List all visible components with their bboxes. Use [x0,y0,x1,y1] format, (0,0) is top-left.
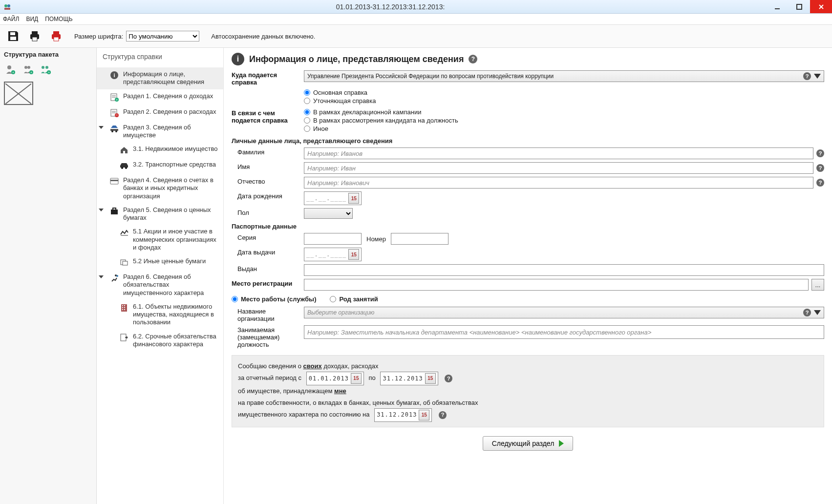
print-button[interactable] [26,28,43,44]
save-button[interactable] [5,28,21,44]
reason-candidate-radio[interactable] [304,117,310,124]
nav-item-section6[interactable]: Раздел 6. Сведения об обязательствах иму… [97,270,223,300]
org-label: Название организации [232,307,304,322]
add-pair-icon[interactable]: + [22,64,33,75]
chart-icon [119,228,129,237]
nav-item-section5-1[interactable]: 5.1 Акции и иное участие в коммерческих … [97,225,223,254]
nav-item-section5[interactable]: Раздел 5. Сведения о ценных бумагах [97,203,223,225]
svg-point-39 [111,130,113,132]
series-input[interactable] [304,233,362,245]
summary-me-link[interactable]: мне [334,387,346,395]
personal-header: Личные данные лица, представляющего свед… [232,137,824,145]
expander-icon[interactable] [100,208,105,213]
help-icon[interactable]: ? [469,55,477,63]
menu-view[interactable]: ВИД [26,16,38,22]
position-input[interactable] [304,325,824,339]
lastname-input[interactable] [304,147,813,159]
next-section-button[interactable]: Следующий раздел [483,436,574,451]
package-thumbnail[interactable] [4,82,33,105]
calendar-icon[interactable]: 15 [348,193,359,204]
help-icon[interactable]: ? [445,375,452,382]
expander-icon[interactable] [100,126,105,130]
period-to-date[interactable]: 31.12.201315 [380,372,438,385]
nav-item-info[interactable]: i Информация о лице, представляющем свед… [97,67,223,89]
issued-by-input[interactable] [304,264,824,276]
svg-rect-38 [110,129,118,131]
firstname-input[interactable] [304,162,813,174]
nav-item-section2[interactable]: − Раздел 2. Сведения о расходах [97,105,223,121]
period-from-date[interactable]: 01.01.201315 [306,372,364,385]
svg-point-42 [121,167,123,169]
reg-more-button[interactable]: ... [811,279,824,291]
minimize-button[interactable] [766,0,788,13]
issue-date[interactable]: __.__.____ 15 [304,248,362,261]
summary-own-link[interactable]: своих [303,362,322,370]
menu-help[interactable]: ПОМОЩЬ [45,16,72,22]
autosave-status: Автосохранение данных включено. [211,33,315,40]
close-button[interactable] [810,0,832,13]
help-icon[interactable]: ? [816,179,824,187]
help-icon[interactable]: ? [439,411,447,419]
gender-select[interactable] [304,208,353,219]
add-person-icon[interactable]: + [5,64,16,75]
dest-combo[interactable]: Управление Президента Российской Федерац… [304,70,824,82]
nav-item-section4[interactable]: Раздел 4. Сведения о счетах в банках и и… [97,173,223,203]
nav-item-label: Раздел 1. Сведения о доходах [123,92,213,100]
tab-occupation-radio[interactable] [330,296,336,302]
org-combo-placeholder: Выберите организацию [307,309,800,316]
next-section-label: Следующий раздел [492,440,555,447]
org-combo[interactable]: Выберите организацию ? [304,307,824,318]
help-icon[interactable]: ? [803,72,811,80]
calendar-icon[interactable]: 15 [425,373,436,384]
svg-rect-50 [123,261,128,265]
nav-item-section5-2[interactable]: 5.2 Иные ценные бумаги [97,254,223,270]
reason-campaign-radio[interactable] [304,109,310,115]
dob-date[interactable]: __.__.____ 15 [304,191,362,205]
help-icon[interactable]: ? [816,164,824,172]
number-input[interactable] [391,233,448,245]
menu-file[interactable]: ФАЙЛ [3,16,19,22]
nav-item-section6-2[interactable]: 6.2. Срочные обязательства финансового х… [97,330,223,352]
svg-rect-54 [122,305,123,306]
nav-item-label: Раздел 4. Сведения о счетах в банках и и… [123,176,218,200]
help-icon[interactable]: ? [803,309,811,316]
calendar-icon[interactable]: 15 [419,410,429,420]
nav-item-section3-2[interactable]: 3.2. Транспортные средства [97,158,223,173]
calendar-icon[interactable]: 15 [348,249,359,260]
midname-input[interactable] [304,177,813,189]
svg-rect-3 [775,8,780,9]
type-main-radio[interactable] [304,89,310,96]
maximize-button[interactable] [788,0,810,13]
nav-item-section6-1[interactable]: 6.1. Объекты недвижимого имущества, нахо… [97,300,223,330]
svg-rect-4 [797,4,802,9]
nav-item-label: 3.2. Транспортные средства [133,161,216,168]
print-red-button[interactable] [48,28,64,44]
type-correct-radio[interactable] [304,98,310,104]
reason-other-radio[interactable] [304,126,310,132]
as-of-date[interactable]: 31.12.201315 [374,408,432,422]
svg-point-43 [125,167,127,169]
nav-panel-title: Структура справки [97,48,223,67]
svg-text:+: + [30,71,32,74]
svg-rect-59 [124,309,125,310]
tab-work-radio[interactable] [232,296,238,302]
reg-input[interactable] [304,279,809,291]
nav-item-section1[interactable]: + Раздел 1. Сведения о доходах [97,89,223,105]
font-size-select[interactable]: По умолчанию [126,31,199,42]
svg-rect-7 [10,32,15,35]
nav-item-section3-1[interactable]: 3.1. Недвижимое имущество [97,142,223,158]
expander-icon[interactable] [100,275,105,280]
svg-rect-14 [54,37,59,41]
building-icon [119,303,129,313]
svg-point-15 [7,65,11,69]
svg-rect-58 [122,309,123,310]
calendar-icon[interactable]: 15 [351,373,362,384]
svg-point-18 [24,66,27,69]
svg-point-19 [27,66,30,69]
nav-item-section3[interactable]: Раздел 3. Сведения об имуществе [97,121,223,143]
add-group-icon[interactable]: + [40,64,51,75]
reason-label: В связи с чем подается справка [232,108,304,124]
svg-rect-8 [10,37,16,40]
svg-point-52 [116,275,118,277]
help-icon[interactable]: ? [816,149,824,157]
